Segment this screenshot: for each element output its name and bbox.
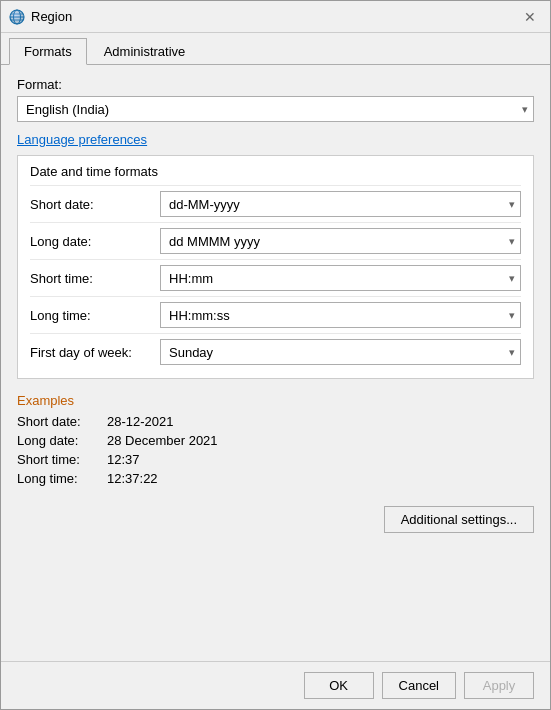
short-date-select[interactable]: dd-MM-yyyy xyxy=(160,191,521,217)
long-time-label: Long time: xyxy=(30,308,160,323)
additional-settings-button[interactable]: Additional settings... xyxy=(384,506,534,533)
cancel-button[interactable]: Cancel xyxy=(382,672,456,699)
region-window: Region ✕ Formats Administrative Format: … xyxy=(0,0,551,710)
long-date-select-wrapper: dd MMMM yyyy ▾ xyxy=(160,228,521,254)
tab-content: Format: English (India) ▾ Language prefe… xyxy=(1,65,550,661)
example-long-date-value: 28 December 2021 xyxy=(107,433,218,448)
examples-title: Examples xyxy=(17,393,534,408)
globe-icon xyxy=(9,9,25,25)
first-day-select[interactable]: Sunday xyxy=(160,339,521,365)
long-time-select-wrapper: HH:mm:ss ▾ xyxy=(160,302,521,328)
short-time-select-wrapper: HH:mm ▾ xyxy=(160,265,521,291)
window-title: Region xyxy=(31,9,72,24)
short-time-select[interactable]: HH:mm xyxy=(160,265,521,291)
example-short-time: Short time: 12:37 xyxy=(17,450,534,469)
long-date-row: Long date: dd MMMM yyyy ▾ xyxy=(30,222,521,259)
example-short-date-label: Short date: xyxy=(17,414,107,429)
example-long-time-value: 12:37:22 xyxy=(107,471,158,486)
first-day-label: First day of week: xyxy=(30,345,160,360)
example-short-time-value: 12:37 xyxy=(107,452,140,467)
svg-point-5 xyxy=(10,10,24,24)
short-date-label: Short date: xyxy=(30,197,160,212)
long-date-label: Long date: xyxy=(30,234,160,249)
example-short-date-value: 28-12-2021 xyxy=(107,414,174,429)
long-date-select[interactable]: dd MMMM yyyy xyxy=(160,228,521,254)
example-long-time: Long time: 12:37:22 xyxy=(17,469,534,488)
title-bar: Region ✕ xyxy=(1,1,550,33)
first-day-select-wrapper: Sunday ▾ xyxy=(160,339,521,365)
close-button[interactable]: ✕ xyxy=(518,5,542,29)
title-bar-left: Region xyxy=(9,9,72,25)
example-long-time-label: Long time: xyxy=(17,471,107,486)
language-preferences-link[interactable]: Language preferences xyxy=(17,132,534,147)
ok-button[interactable]: OK xyxy=(304,672,374,699)
tab-formats[interactable]: Formats xyxy=(9,38,87,65)
tab-administrative[interactable]: Administrative xyxy=(89,38,201,65)
format-select[interactable]: English (India) xyxy=(17,96,534,122)
tabs-bar: Formats Administrative xyxy=(1,33,550,65)
first-day-row: First day of week: Sunday ▾ xyxy=(30,333,521,370)
datetime-section: Date and time formats Short date: dd-MM-… xyxy=(17,155,534,379)
example-short-date: Short date: 28-12-2021 xyxy=(17,412,534,431)
format-select-wrapper: English (India) ▾ xyxy=(17,96,534,122)
short-time-row: Short time: HH:mm ▾ xyxy=(30,259,521,296)
example-short-time-label: Short time: xyxy=(17,452,107,467)
example-long-date-label: Long date: xyxy=(17,433,107,448)
footer: OK Cancel Apply xyxy=(1,661,550,709)
format-section: Format: English (India) ▾ xyxy=(17,77,534,122)
examples-section: Examples Short date: 28-12-2021 Long dat… xyxy=(17,387,534,494)
format-label: Format: xyxy=(17,77,534,92)
long-time-row: Long time: HH:mm:ss ▾ xyxy=(30,296,521,333)
datetime-section-title: Date and time formats xyxy=(30,164,521,179)
short-time-label: Short time: xyxy=(30,271,160,286)
example-long-date: Long date: 28 December 2021 xyxy=(17,431,534,450)
additional-settings-row: Additional settings... xyxy=(17,506,534,533)
short-date-row: Short date: dd-MM-yyyy ▾ xyxy=(30,185,521,222)
long-time-select[interactable]: HH:mm:ss xyxy=(160,302,521,328)
short-date-select-wrapper: dd-MM-yyyy ▾ xyxy=(160,191,521,217)
apply-button[interactable]: Apply xyxy=(464,672,534,699)
